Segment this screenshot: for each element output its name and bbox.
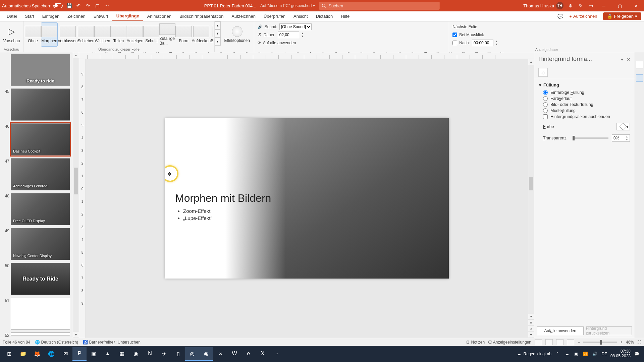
transition-verblassen[interactable]: Verblassen [58, 22, 77, 47]
camtasia-icon[interactable]: ◉ [199, 347, 213, 361]
apply-all-button[interactable]: Auf alle anwenden [263, 41, 296, 45]
slide-thumbnail[interactable]: Ready to ride [11, 54, 70, 86]
firefox-icon[interactable]: 🦊 [30, 347, 44, 361]
after-up[interactable]: ▲ [495, 40, 498, 43]
view-normal-button[interactable] [535, 339, 542, 345]
share-button[interactable]: 🔒 Freigeben ▾ [603, 12, 641, 20]
strip-btn-2[interactable] [636, 74, 643, 82]
tray-up-icon[interactable]: ˄ [554, 351, 561, 357]
powerpoint-icon[interactable]: P [72, 347, 87, 361]
app-icon-4[interactable]: ▯ [171, 347, 185, 361]
pane-apply-all-button[interactable]: Auf alle anwenden [537, 326, 584, 335]
chrome-icon[interactable]: 🌐 [44, 347, 58, 361]
weather-icon[interactable]: ☁ [517, 352, 521, 356]
slide-canvas[interactable]: ✥ Morphen mit Bildern Zoom-Effekt „Lupe-… [165, 118, 449, 279]
present-icon[interactable]: ▢ [94, 3, 100, 9]
zoom-level[interactable]: 46% [626, 340, 634, 345]
draw-icon[interactable]: ✎ [578, 3, 584, 9]
close-button[interactable]: ✕ [630, 1, 642, 11]
duration-input[interactable] [278, 32, 299, 38]
escroll-prev[interactable]: ≡ [528, 320, 534, 326]
tab-animationen[interactable]: Animationen [143, 11, 175, 21]
scroll-down-button[interactable]: ▼ [73, 332, 79, 338]
edge-icon[interactable]: e [241, 347, 256, 361]
record-button[interactable]: ● Aufzeichnen [567, 13, 600, 19]
escroll-page-down[interactable]: ⏷ [528, 332, 534, 338]
zoom-slider[interactable] [583, 342, 617, 343]
visualstudio-icon[interactable]: ∞ [213, 347, 227, 361]
transition-schieben[interactable]: Schieben [77, 22, 94, 47]
telegram-icon[interactable]: ✈ [157, 347, 171, 361]
editor-scrollbar-v[interactable]: ▲ ▼ ≡ ⏶ ⏷ [528, 59, 534, 338]
tray-icon-2[interactable]: ▣ [573, 351, 580, 357]
tab-zeichnen[interactable]: Zeichnen [63, 11, 89, 21]
save-icon[interactable]: 💾 [66, 3, 72, 9]
slide-title[interactable]: Morphen mit Bildern [175, 192, 271, 204]
hide-bg-checkbox[interactable] [543, 114, 548, 119]
transition-schnitt[interactable]: Schnitt [143, 22, 159, 47]
tab-start[interactable]: Start [21, 11, 38, 21]
after-checkbox[interactable] [452, 41, 457, 45]
globe-icon[interactable]: ⊕ [568, 3, 574, 9]
wifi-icon[interactable]: 📶 [582, 351, 589, 357]
undo-icon[interactable]: ↶ [75, 3, 82, 9]
transition-teilen[interactable]: Teilen [110, 22, 126, 47]
slide-thumbnail[interactable] [11, 88, 70, 121]
fill-tab-icon[interactable]: ◇ [538, 68, 548, 77]
transition-anzeigen[interactable]: Anzeigen [126, 22, 143, 47]
tab-ansicht[interactable]: Ansicht [289, 11, 312, 21]
gallery-more-button[interactable]: ▾ [215, 38, 221, 46]
app-icon-3[interactable]: ◉ [129, 347, 143, 361]
transparency-slider[interactable] [573, 137, 608, 139]
clock[interactable]: 07:38 08.05.2023 [610, 349, 631, 359]
transparency-value-input[interactable]: 0%▲▼ [612, 134, 630, 142]
color-picker-button[interactable]: ▾ [616, 123, 630, 130]
slide-thumbnail[interactable]: Free OLED Display [11, 193, 70, 225]
strip-btn-1[interactable] [636, 61, 643, 68]
search-input[interactable]: Suchen [319, 2, 440, 10]
sound-select[interactable]: [Ohne Sound] [279, 23, 312, 30]
zoom-out-button[interactable]: − [578, 340, 580, 345]
tab-aufzeichnen[interactable]: Aufzeichnen [227, 11, 260, 21]
effect-options-button[interactable]: Effektoptionen [222, 26, 252, 43]
tab-ueberpruefen[interactable]: Überprüfen [260, 11, 289, 21]
transition-aufdecken[interactable]: Aufdecken [192, 22, 211, 47]
comments-icon[interactable]: 💬 [557, 13, 563, 19]
start-button[interactable]: ⊞ [2, 347, 16, 361]
onedrive-icon[interactable]: ☁ [564, 351, 570, 357]
scroll-up-button[interactable]: ▲ [73, 52, 79, 58]
escroll-up[interactable]: ▲ [528, 59, 534, 65]
after-input[interactable] [472, 40, 493, 46]
preview-button[interactable]: ▷ Vorschau [1, 22, 22, 47]
picture-fill-radio[interactable] [543, 102, 548, 107]
slide-bullets[interactable]: Zoom-Effekt „Lupe-Effekt" [177, 208, 212, 222]
escroll-down[interactable]: ▼ [528, 314, 534, 320]
save-location[interactable]: Auf "diesem PC" gespeichert ▾ [260, 3, 315, 8]
tab-einfuegen[interactable]: Einfügen [38, 11, 63, 21]
notifications-icon[interactable]: 💬 [633, 351, 640, 357]
zoom-in-button[interactable]: + [620, 340, 623, 345]
weather-text[interactable]: Regen klingt ab [524, 352, 551, 356]
thumbs-scrollbar[interactable]: ▲ ▼ [73, 52, 79, 338]
outlook-icon[interactable]: ✉ [58, 347, 72, 361]
after-down[interactable]: ▼ [495, 43, 498, 46]
redo-icon[interactable]: ↷ [85, 3, 91, 9]
onenote-icon[interactable]: N [143, 347, 157, 361]
explorer-icon[interactable]: 📁 [16, 347, 30, 361]
view-reading-button[interactable] [556, 339, 564, 345]
fit-button[interactable]: ⛶ [637, 340, 641, 345]
transition-form[interactable]: Form [175, 22, 192, 47]
transition-ohne[interactable]: Ohne [25, 22, 41, 47]
tab-datei[interactable]: Datei [3, 11, 21, 21]
transition-wischen[interactable]: Wischen [94, 22, 110, 47]
app-icon-2[interactable]: ▦ [115, 347, 129, 361]
transition-zuflligeba[interactable]: Zufällige Ba... [159, 22, 175, 47]
scroll-thumb[interactable] [74, 168, 78, 194]
gradient-fill-radio[interactable] [543, 96, 548, 101]
pane-options-icon[interactable]: ▾ [621, 57, 623, 62]
escroll-thumb[interactable] [529, 177, 533, 190]
mouse-click-checkbox[interactable] [452, 33, 457, 37]
app-icon[interactable]: ▣ [87, 347, 101, 361]
autosave-toggle[interactable]: Automatisches Speichern [2, 3, 63, 8]
slide-thumbnail[interactable]: Ready to Ride [11, 263, 70, 295]
